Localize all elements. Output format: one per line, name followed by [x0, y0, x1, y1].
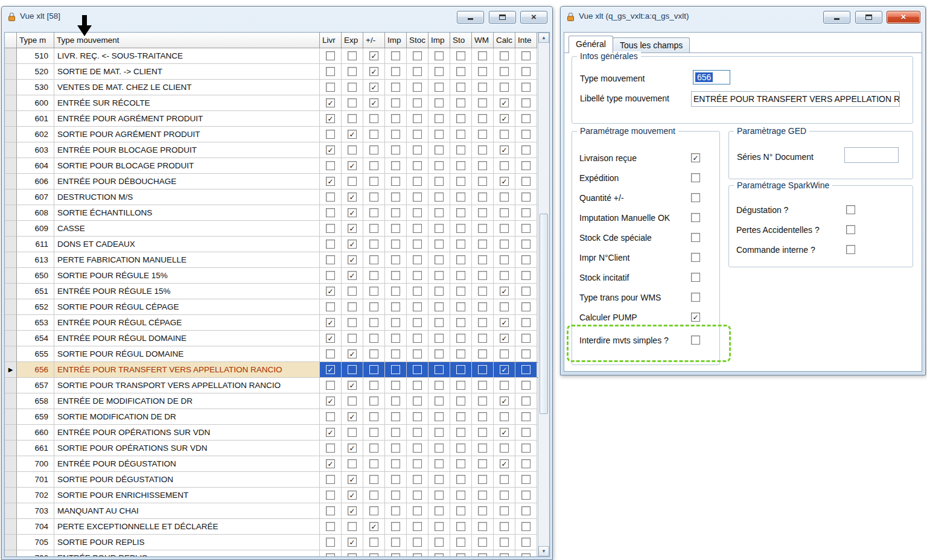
checkbox-cell[interactable] — [494, 535, 515, 550]
row-checkbox[interactable] — [413, 522, 422, 531]
checkbox-cell[interactable] — [428, 64, 450, 80]
row-checkbox[interactable] — [478, 51, 487, 60]
row-checkbox[interactable] — [521, 381, 530, 390]
checkbox-cell[interactable] — [385, 488, 407, 503]
row-checkbox[interactable] — [521, 506, 530, 515]
checkbox-cell[interactable] — [385, 189, 407, 205]
table-row[interactable]: 613PERTE FABRICATION MANUELLE✓ — [5, 252, 538, 268]
row-checkbox[interactable]: ✓ — [326, 553, 335, 556]
row-checkbox[interactable] — [391, 240, 400, 249]
table-row[interactable]: 520SORTIE DE MAT. -> CLIENT✓ — [5, 64, 538, 80]
row-checkbox[interactable] — [435, 98, 444, 107]
checkbox-cell[interactable] — [407, 535, 428, 550]
checkbox-cell[interactable] — [363, 393, 385, 409]
row-checkbox[interactable]: ✓ — [348, 444, 357, 453]
checkbox-cell[interactable] — [320, 205, 342, 221]
checkbox-cell[interactable] — [472, 299, 494, 315]
row-checkbox[interactable] — [391, 428, 400, 437]
checkbox-cell[interactable] — [494, 503, 515, 519]
option-checkbox[interactable]: ✓ — [691, 153, 700, 162]
checkbox-cell[interactable] — [472, 127, 494, 142]
checkbox-cell[interactable] — [385, 519, 407, 535]
checkbox-cell[interactable] — [428, 503, 450, 519]
row-checkbox[interactable] — [326, 240, 335, 249]
row-checkbox[interactable] — [413, 83, 422, 92]
row-checkbox[interactable] — [456, 412, 465, 421]
row-checkbox[interactable]: ✓ — [326, 287, 335, 296]
row-checkbox[interactable] — [456, 208, 465, 217]
row-checkbox[interactable] — [326, 349, 335, 358]
row-checkbox[interactable]: ✓ — [369, 51, 378, 60]
checkbox-cell[interactable] — [407, 237, 428, 252]
row-checkbox[interactable] — [521, 302, 530, 311]
tab-general[interactable]: Général — [569, 36, 613, 53]
row-checkbox[interactable] — [521, 130, 530, 139]
checkbox-cell[interactable] — [494, 205, 515, 221]
row-checkbox[interactable] — [413, 161, 422, 170]
checkbox-cell[interactable] — [515, 95, 537, 111]
checkbox-cell[interactable] — [450, 472, 472, 488]
column-header-8[interactable]: Sto — [450, 33, 472, 48]
row-checkbox[interactable] — [369, 396, 378, 406]
checkbox-cell[interactable] — [363, 189, 385, 205]
row-checkbox[interactable] — [391, 51, 400, 60]
table-row[interactable]: 658ENTRÉE DE MODIFICATION DE DR✓✓ — [5, 393, 538, 409]
checkbox-cell[interactable] — [428, 362, 450, 378]
row-checkbox[interactable] — [521, 51, 530, 60]
series-n-document-field[interactable] — [844, 147, 899, 163]
checkbox-cell[interactable] — [342, 425, 363, 441]
row-checkbox[interactable] — [413, 553, 422, 556]
row-checkbox[interactable]: ✓ — [348, 506, 357, 515]
row-checkbox[interactable] — [326, 192, 335, 202]
checkbox-cell[interactable] — [407, 441, 428, 456]
row-checkbox[interactable] — [456, 83, 465, 92]
row-checkbox[interactable] — [369, 412, 378, 421]
row-checkbox[interactable] — [391, 161, 400, 170]
table-row[interactable]: 705SORTIE POUR REPLIS✓ — [5, 535, 538, 550]
checkbox-cell[interactable] — [385, 111, 407, 127]
checkbox-cell[interactable]: ✓ — [320, 331, 342, 346]
maximize-button[interactable] — [489, 11, 516, 24]
row-checkbox[interactable] — [391, 302, 400, 311]
row-checkbox[interactable] — [478, 67, 487, 76]
checkbox-cell[interactable] — [385, 535, 407, 550]
checkbox-cell[interactable] — [385, 221, 407, 237]
maximize-button[interactable] — [855, 11, 882, 24]
row-checkbox[interactable] — [478, 444, 487, 453]
scroll-down-button[interactable]: ▼ — [538, 546, 549, 556]
row-checkbox[interactable] — [435, 396, 444, 406]
checkbox-cell[interactable] — [472, 331, 494, 346]
row-checkbox[interactable] — [478, 114, 487, 123]
checkbox-cell[interactable] — [450, 441, 472, 456]
checkbox-cell[interactable] — [450, 252, 472, 268]
row-checkbox[interactable] — [369, 553, 378, 556]
row-checkbox[interactable] — [500, 491, 509, 500]
row-checkbox[interactable] — [413, 208, 422, 217]
row-checkbox[interactable] — [435, 334, 444, 343]
row-checkbox[interactable] — [521, 240, 530, 249]
row-checkbox[interactable]: ✓ — [326, 318, 335, 327]
row-checkbox[interactable] — [391, 538, 400, 547]
checkbox-cell[interactable] — [472, 64, 494, 80]
checkbox-cell[interactable]: ✓ — [320, 174, 342, 189]
row-checkbox[interactable] — [478, 208, 487, 217]
checkbox-cell[interactable] — [472, 441, 494, 456]
checkbox-cell[interactable] — [494, 378, 515, 393]
row-checkbox[interactable] — [478, 396, 487, 406]
row-checkbox[interactable]: ✓ — [500, 334, 509, 343]
row-checkbox[interactable]: ✓ — [326, 98, 335, 107]
checkbox-cell[interactable] — [428, 205, 450, 221]
right-window-titlebar[interactable]: Vue xlt (q_gs_vxlt:a:q_gs_vxlt) × — [561, 7, 925, 31]
checkbox-cell[interactable]: ✓ — [342, 472, 363, 488]
checkbox-cell[interactable]: ✓ — [342, 158, 363, 174]
checkbox-cell[interactable] — [450, 535, 472, 550]
checkbox-cell[interactable] — [428, 189, 450, 205]
checkbox-cell[interactable]: ✓ — [342, 441, 363, 456]
row-checkbox[interactable]: ✓ — [326, 114, 335, 123]
table-row[interactable]: 700ENTRÉE POUR DÉGUSTATION✓✓ — [5, 456, 538, 472]
row-checkbox[interactable] — [521, 538, 530, 547]
checkbox-cell[interactable] — [428, 472, 450, 488]
vertical-scrollbar[interactable]: ▲ ▼ — [538, 33, 549, 556]
checkbox-cell[interactable] — [450, 189, 472, 205]
row-checkbox[interactable] — [456, 302, 465, 311]
